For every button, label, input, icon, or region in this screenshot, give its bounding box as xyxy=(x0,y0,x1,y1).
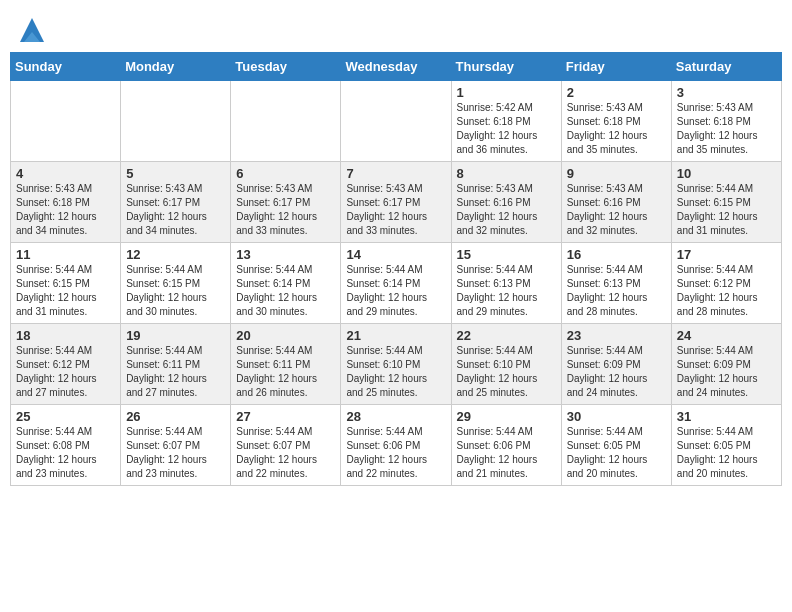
calendar-cell: 29Sunrise: 5:44 AM Sunset: 6:06 PM Dayli… xyxy=(451,405,561,486)
day-header-thursday: Thursday xyxy=(451,53,561,81)
calendar-cell: 2Sunrise: 5:43 AM Sunset: 6:18 PM Daylig… xyxy=(561,81,671,162)
logo xyxy=(14,14,48,46)
day-info: Sunrise: 5:43 AM Sunset: 6:18 PM Dayligh… xyxy=(677,101,776,157)
calendar-cell xyxy=(11,81,121,162)
calendar-cell: 12Sunrise: 5:44 AM Sunset: 6:15 PM Dayli… xyxy=(121,243,231,324)
calendar-cell: 7Sunrise: 5:43 AM Sunset: 6:17 PM Daylig… xyxy=(341,162,451,243)
day-number: 17 xyxy=(677,247,776,262)
calendar-cell: 27Sunrise: 5:44 AM Sunset: 6:07 PM Dayli… xyxy=(231,405,341,486)
day-number: 9 xyxy=(567,166,666,181)
day-number: 6 xyxy=(236,166,335,181)
day-number: 1 xyxy=(457,85,556,100)
calendar-week-row: 25Sunrise: 5:44 AM Sunset: 6:08 PM Dayli… xyxy=(11,405,782,486)
day-number: 2 xyxy=(567,85,666,100)
day-info: Sunrise: 5:44 AM Sunset: 6:06 PM Dayligh… xyxy=(457,425,556,481)
calendar-cell: 28Sunrise: 5:44 AM Sunset: 6:06 PM Dayli… xyxy=(341,405,451,486)
calendar-cell: 10Sunrise: 5:44 AM Sunset: 6:15 PM Dayli… xyxy=(671,162,781,243)
day-info: Sunrise: 5:44 AM Sunset: 6:08 PM Dayligh… xyxy=(16,425,115,481)
day-number: 13 xyxy=(236,247,335,262)
calendar-cell: 20Sunrise: 5:44 AM Sunset: 6:11 PM Dayli… xyxy=(231,324,341,405)
calendar-cell: 13Sunrise: 5:44 AM Sunset: 6:14 PM Dayli… xyxy=(231,243,341,324)
calendar-cell xyxy=(231,81,341,162)
day-number: 8 xyxy=(457,166,556,181)
day-number: 14 xyxy=(346,247,445,262)
day-info: Sunrise: 5:44 AM Sunset: 6:07 PM Dayligh… xyxy=(236,425,335,481)
day-number: 26 xyxy=(126,409,225,424)
header xyxy=(10,10,782,46)
day-number: 5 xyxy=(126,166,225,181)
calendar-cell: 21Sunrise: 5:44 AM Sunset: 6:10 PM Dayli… xyxy=(341,324,451,405)
day-number: 4 xyxy=(16,166,115,181)
day-number: 30 xyxy=(567,409,666,424)
day-info: Sunrise: 5:44 AM Sunset: 6:13 PM Dayligh… xyxy=(457,263,556,319)
day-number: 28 xyxy=(346,409,445,424)
day-info: Sunrise: 5:44 AM Sunset: 6:11 PM Dayligh… xyxy=(236,344,335,400)
day-header-tuesday: Tuesday xyxy=(231,53,341,81)
day-header-monday: Monday xyxy=(121,53,231,81)
calendar-cell: 8Sunrise: 5:43 AM Sunset: 6:16 PM Daylig… xyxy=(451,162,561,243)
calendar-cell: 11Sunrise: 5:44 AM Sunset: 6:15 PM Dayli… xyxy=(11,243,121,324)
day-info: Sunrise: 5:44 AM Sunset: 6:05 PM Dayligh… xyxy=(677,425,776,481)
calendar-week-row: 18Sunrise: 5:44 AM Sunset: 6:12 PM Dayli… xyxy=(11,324,782,405)
calendar-header-row: SundayMondayTuesdayWednesdayThursdayFrid… xyxy=(11,53,782,81)
day-info: Sunrise: 5:44 AM Sunset: 6:12 PM Dayligh… xyxy=(677,263,776,319)
day-info: Sunrise: 5:43 AM Sunset: 6:16 PM Dayligh… xyxy=(457,182,556,238)
day-info: Sunrise: 5:43 AM Sunset: 6:17 PM Dayligh… xyxy=(126,182,225,238)
day-header-wednesday: Wednesday xyxy=(341,53,451,81)
calendar-cell: 15Sunrise: 5:44 AM Sunset: 6:13 PM Dayli… xyxy=(451,243,561,324)
logo-icon xyxy=(16,14,48,46)
day-info: Sunrise: 5:44 AM Sunset: 6:07 PM Dayligh… xyxy=(126,425,225,481)
day-info: Sunrise: 5:44 AM Sunset: 6:09 PM Dayligh… xyxy=(567,344,666,400)
day-number: 18 xyxy=(16,328,115,343)
calendar-cell: 25Sunrise: 5:44 AM Sunset: 6:08 PM Dayli… xyxy=(11,405,121,486)
calendar-cell: 26Sunrise: 5:44 AM Sunset: 6:07 PM Dayli… xyxy=(121,405,231,486)
day-info: Sunrise: 5:44 AM Sunset: 6:10 PM Dayligh… xyxy=(457,344,556,400)
day-info: Sunrise: 5:44 AM Sunset: 6:11 PM Dayligh… xyxy=(126,344,225,400)
day-header-friday: Friday xyxy=(561,53,671,81)
day-info: Sunrise: 5:43 AM Sunset: 6:18 PM Dayligh… xyxy=(16,182,115,238)
day-info: Sunrise: 5:43 AM Sunset: 6:17 PM Dayligh… xyxy=(346,182,445,238)
day-info: Sunrise: 5:43 AM Sunset: 6:16 PM Dayligh… xyxy=(567,182,666,238)
calendar-cell: 24Sunrise: 5:44 AM Sunset: 6:09 PM Dayli… xyxy=(671,324,781,405)
calendar-cell xyxy=(341,81,451,162)
day-info: Sunrise: 5:44 AM Sunset: 6:12 PM Dayligh… xyxy=(16,344,115,400)
calendar-cell: 16Sunrise: 5:44 AM Sunset: 6:13 PM Dayli… xyxy=(561,243,671,324)
day-number: 29 xyxy=(457,409,556,424)
calendar-cell: 6Sunrise: 5:43 AM Sunset: 6:17 PM Daylig… xyxy=(231,162,341,243)
day-info: Sunrise: 5:44 AM Sunset: 6:14 PM Dayligh… xyxy=(236,263,335,319)
day-number: 19 xyxy=(126,328,225,343)
day-info: Sunrise: 5:43 AM Sunset: 6:17 PM Dayligh… xyxy=(236,182,335,238)
day-info: Sunrise: 5:43 AM Sunset: 6:18 PM Dayligh… xyxy=(567,101,666,157)
day-info: Sunrise: 5:44 AM Sunset: 6:15 PM Dayligh… xyxy=(677,182,776,238)
day-number: 22 xyxy=(457,328,556,343)
calendar-cell: 9Sunrise: 5:43 AM Sunset: 6:16 PM Daylig… xyxy=(561,162,671,243)
day-number: 7 xyxy=(346,166,445,181)
day-info: Sunrise: 5:44 AM Sunset: 6:14 PM Dayligh… xyxy=(346,263,445,319)
day-info: Sunrise: 5:42 AM Sunset: 6:18 PM Dayligh… xyxy=(457,101,556,157)
day-header-saturday: Saturday xyxy=(671,53,781,81)
day-info: Sunrise: 5:44 AM Sunset: 6:10 PM Dayligh… xyxy=(346,344,445,400)
day-number: 20 xyxy=(236,328,335,343)
day-number: 31 xyxy=(677,409,776,424)
day-number: 16 xyxy=(567,247,666,262)
calendar-week-row: 11Sunrise: 5:44 AM Sunset: 6:15 PM Dayli… xyxy=(11,243,782,324)
day-info: Sunrise: 5:44 AM Sunset: 6:05 PM Dayligh… xyxy=(567,425,666,481)
calendar-cell xyxy=(121,81,231,162)
calendar-cell: 19Sunrise: 5:44 AM Sunset: 6:11 PM Dayli… xyxy=(121,324,231,405)
calendar-cell: 18Sunrise: 5:44 AM Sunset: 6:12 PM Dayli… xyxy=(11,324,121,405)
day-number: 21 xyxy=(346,328,445,343)
day-info: Sunrise: 5:44 AM Sunset: 6:09 PM Dayligh… xyxy=(677,344,776,400)
calendar-cell: 1Sunrise: 5:42 AM Sunset: 6:18 PM Daylig… xyxy=(451,81,561,162)
calendar-cell: 3Sunrise: 5:43 AM Sunset: 6:18 PM Daylig… xyxy=(671,81,781,162)
calendar-cell: 30Sunrise: 5:44 AM Sunset: 6:05 PM Dayli… xyxy=(561,405,671,486)
calendar-table: SundayMondayTuesdayWednesdayThursdayFrid… xyxy=(10,52,782,486)
calendar-cell: 17Sunrise: 5:44 AM Sunset: 6:12 PM Dayli… xyxy=(671,243,781,324)
day-info: Sunrise: 5:44 AM Sunset: 6:15 PM Dayligh… xyxy=(16,263,115,319)
day-number: 15 xyxy=(457,247,556,262)
calendar-cell: 5Sunrise: 5:43 AM Sunset: 6:17 PM Daylig… xyxy=(121,162,231,243)
day-number: 11 xyxy=(16,247,115,262)
day-number: 12 xyxy=(126,247,225,262)
day-info: Sunrise: 5:44 AM Sunset: 6:13 PM Dayligh… xyxy=(567,263,666,319)
day-number: 25 xyxy=(16,409,115,424)
calendar-week-row: 1Sunrise: 5:42 AM Sunset: 6:18 PM Daylig… xyxy=(11,81,782,162)
